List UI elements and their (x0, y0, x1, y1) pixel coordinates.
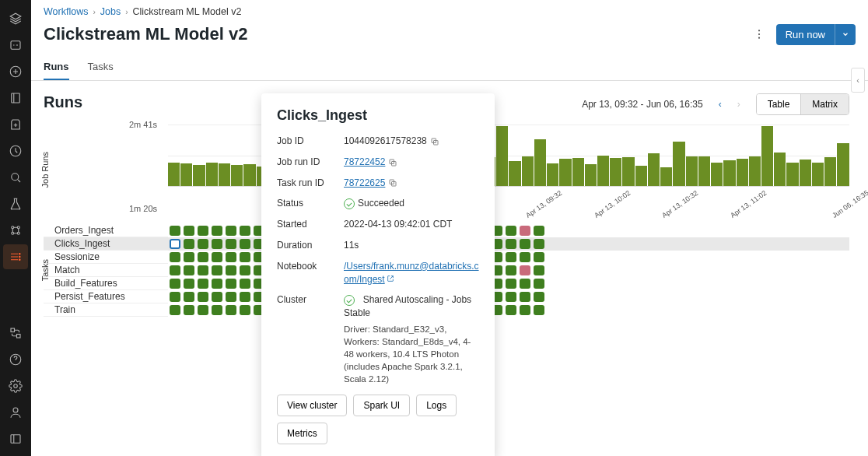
matrix-cell[interactable] (226, 305, 236, 315)
matrix-cell[interactable] (212, 226, 222, 236)
breadcrumb-workflows[interactable]: Workflows (44, 6, 88, 17)
kebab-menu-icon[interactable] (748, 23, 770, 45)
job-run-bar[interactable] (534, 139, 546, 186)
matrix-cell[interactable] (520, 265, 530, 275)
matrix-cell[interactable] (506, 239, 516, 249)
timeline-prev[interactable]: ‹ (712, 96, 728, 112)
matrix-cell[interactable] (198, 226, 208, 236)
matrix-cell[interactable] (520, 239, 530, 249)
job-run-bar[interactable] (559, 159, 571, 186)
matrix-cell[interactable] (240, 292, 250, 302)
matrix-cell[interactable] (506, 226, 516, 236)
matrix-cell[interactable] (240, 252, 250, 262)
job-run-bar[interactable] (231, 165, 243, 186)
matrix-cell[interactable] (240, 279, 250, 289)
job-run-bar[interactable] (761, 126, 773, 186)
job-run-bar[interactable] (635, 166, 647, 186)
matrix-cell[interactable] (184, 279, 194, 289)
matrix-cell[interactable] (198, 265, 208, 275)
matrix-cell[interactable] (240, 265, 250, 275)
job-run-bar[interactable] (622, 157, 634, 186)
sidebar-item-recents[interactable] (3, 139, 28, 163)
sidebar-item-data[interactable] (3, 33, 28, 58)
matrix-cell[interactable] (212, 252, 222, 262)
matrix-cell[interactable] (226, 239, 236, 249)
matrix-cell[interactable] (198, 279, 208, 289)
job-run-bar[interactable] (193, 165, 205, 186)
matrix-cell[interactable] (534, 252, 544, 262)
job-run-bar[interactable] (837, 143, 849, 186)
matrix-cell[interactable] (212, 292, 222, 302)
job-run-bar[interactable] (698, 156, 710, 186)
sidebar-item-workflows[interactable] (3, 244, 28, 269)
matrix-cell[interactable] (170, 252, 180, 262)
task-name[interactable]: Sessionize (44, 251, 168, 264)
breadcrumb-jobs[interactable]: Jobs (100, 6, 121, 17)
matrix-cell[interactable] (212, 305, 222, 315)
sidebar-item-experiments[interactable] (3, 191, 28, 216)
matrix-cell[interactable] (226, 252, 236, 262)
job-run-bar[interactable] (585, 164, 597, 186)
sidebar-item-models[interactable] (3, 218, 28, 243)
matrix-cell[interactable] (198, 252, 208, 262)
matrix-cell[interactable] (226, 292, 236, 302)
logo-icon[interactable] (3, 6, 28, 31)
matrix-cell[interactable] (184, 292, 194, 302)
matrix-cell[interactable] (198, 292, 208, 302)
sidebar-item-notebooks[interactable] (3, 86, 28, 110)
matrix-cell[interactable] (534, 279, 544, 289)
matrix-cell[interactable] (170, 226, 180, 236)
timeline-next[interactable]: › (731, 96, 747, 112)
job-run-bar[interactable] (711, 163, 723, 186)
matrix-cell[interactable] (184, 239, 194, 249)
link-task-run-id[interactable]: 78722625 (344, 177, 385, 188)
view-table[interactable]: Table (757, 94, 801, 114)
matrix-cell[interactable] (506, 279, 516, 289)
matrix-cell[interactable] (240, 239, 250, 249)
matrix-cell[interactable] (170, 305, 180, 315)
task-name[interactable]: Orders_Ingest (44, 224, 168, 237)
job-run-bar[interactable] (648, 153, 660, 186)
job-run-bar[interactable] (572, 158, 584, 186)
matrix-cell[interactable] (520, 305, 530, 315)
job-run-bar[interactable] (800, 160, 811, 186)
matrix-cell[interactable] (506, 305, 516, 315)
job-run-bar[interactable] (206, 163, 218, 186)
task-name[interactable]: Persist_Features (44, 290, 168, 303)
job-run-bar[interactable] (509, 161, 520, 186)
matrix-cell[interactable] (534, 226, 544, 236)
job-run-bar[interactable] (243, 164, 255, 186)
copy-icon[interactable] (388, 158, 397, 167)
task-name[interactable]: Clicks_Ingest (44, 237, 168, 251)
matrix-cell[interactable] (240, 305, 250, 315)
task-name[interactable]: Match (44, 264, 168, 277)
run-now-dropdown[interactable] (835, 24, 856, 45)
matrix-cell[interactable] (226, 265, 236, 275)
matrix-cell[interactable] (240, 226, 250, 236)
matrix-cell[interactable] (534, 305, 544, 315)
job-run-bar[interactable] (168, 163, 180, 186)
matrix-cell[interactable] (520, 279, 530, 289)
matrix-cell[interactable] (520, 226, 530, 236)
job-run-bar[interactable] (774, 153, 786, 186)
matrix-cell[interactable] (184, 305, 194, 315)
sidebar-item-create[interactable] (3, 59, 28, 84)
job-run-bar[interactable] (812, 163, 824, 186)
job-run-bar[interactable] (686, 156, 698, 186)
job-run-bar[interactable] (786, 163, 798, 186)
matrix-cell[interactable] (198, 305, 208, 315)
job-run-bar[interactable] (610, 158, 621, 186)
job-run-bar[interactable] (522, 156, 534, 186)
matrix-cell[interactable] (506, 292, 516, 302)
matrix-cell[interactable] (534, 292, 544, 302)
matrix-cell[interactable] (534, 265, 544, 275)
matrix-cell[interactable] (170, 265, 180, 275)
matrix-cell[interactable] (212, 265, 222, 275)
matrix-cell[interactable] (520, 292, 530, 302)
job-run-bar[interactable] (723, 160, 735, 186)
sidebar-item-settings[interactable] (3, 374, 28, 398)
sidebar-item-repos[interactable] (3, 112, 28, 137)
view-cluster-button[interactable]: View cluster (277, 395, 347, 416)
job-run-bar[interactable] (673, 142, 684, 186)
tab-runs[interactable]: Runs (44, 54, 69, 80)
